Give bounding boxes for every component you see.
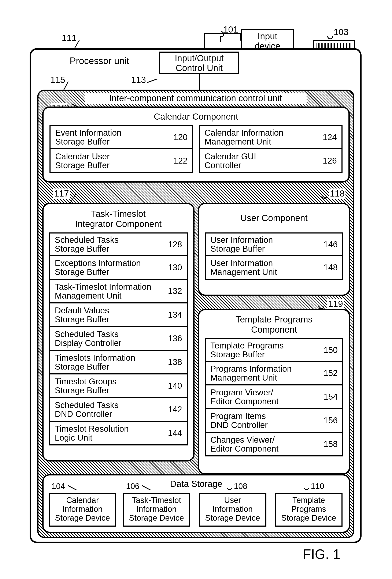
tti-136-label: Scheduled Tasks Display Controller bbox=[55, 330, 122, 347]
tpl-156-label: Program Items DND Controller bbox=[210, 412, 268, 429]
ref-108: 108 bbox=[234, 482, 247, 491]
tti-134-num: 134 bbox=[168, 310, 182, 319]
calendar-title: Calendar Component bbox=[42, 110, 350, 122]
cal-row-126: Calendar GUI Controller 126 bbox=[199, 149, 342, 173]
cal-row-124-label: Calendar Information Management Unit bbox=[204, 128, 284, 146]
ref-103: 103 bbox=[334, 27, 348, 37]
storage-106: Task-Timeslot Information Storage Device bbox=[123, 493, 190, 527]
conn-input-io-h bbox=[204, 33, 241, 34]
tti-128-label: Scheduled Tasks Storage Buffer bbox=[55, 235, 119, 253]
tti-128-num: 128 bbox=[168, 240, 182, 249]
tti-row-128: Scheduled Tasks Storage Buffer128 bbox=[49, 232, 188, 256]
cal-row-120-label: Event Information Storage Buffer bbox=[55, 128, 122, 146]
tpl-154-num: 154 bbox=[323, 392, 338, 402]
tpl-158-num: 158 bbox=[323, 439, 338, 449]
tti-row-130: Exceptions Information Storage Buffer130 bbox=[49, 256, 188, 280]
tti-title: Task-Timeslot Integrator Component bbox=[42, 207, 195, 229]
cal-row-122-label: Calendar User Storage Buffer bbox=[55, 152, 110, 170]
tti-142-num: 142 bbox=[168, 405, 182, 414]
tti-138-label: Timeslots Information Storage Buffer bbox=[55, 353, 135, 371]
user-row-148: User Information Management Unit148 bbox=[205, 256, 343, 280]
tpl-row-156: Program Items DND Controller156 bbox=[205, 409, 343, 433]
tti-138-num: 138 bbox=[168, 357, 182, 367]
tpl-row-158: Changes Viewer/ Editor Component158 bbox=[205, 433, 343, 456]
lead-101 bbox=[220, 36, 221, 42]
tpl-150-label: Template Programs Storage Buffer bbox=[210, 341, 284, 359]
ref-106: 106 bbox=[126, 482, 139, 491]
tti-row-136: Scheduled Tasks Display Controller136 bbox=[49, 327, 188, 351]
tti-140-label: Timeslot Groups Storage Buffer bbox=[55, 377, 116, 395]
tti-row-140: Timeslot Groups Storage Buffer140 bbox=[49, 374, 188, 398]
ref-104: 104 bbox=[52, 482, 65, 491]
tti-130-label: Exceptions Information Storage Buffer bbox=[55, 259, 141, 276]
tpl-152-num: 152 bbox=[323, 368, 338, 378]
user-146-label: User Information Storage Buffer bbox=[210, 235, 273, 253]
cal-row-120-num: 120 bbox=[173, 133, 188, 142]
storage-110: Template Programs Storage Device bbox=[275, 493, 342, 527]
conn-io-iccu bbox=[199, 74, 200, 90]
tpl-row-154: Program Viewer/ Editor Component154 bbox=[205, 385, 343, 409]
cal-row-120: Event Information Storage Buffer 120 bbox=[50, 125, 193, 149]
ref-118: 118 bbox=[329, 189, 345, 199]
cal-row-124: Calendar Information Management Unit 124 bbox=[199, 125, 342, 149]
tti-row-144: Timeslot Resolution Logic Unit144 bbox=[49, 422, 188, 445]
tpl-156-num: 156 bbox=[323, 416, 338, 425]
tpl-row-152: Programs Information Management Unit152 bbox=[205, 362, 343, 385]
ref-113: 113 bbox=[131, 75, 146, 85]
tti-rows: Scheduled Tasks Storage Buffer128 Except… bbox=[49, 232, 188, 445]
tti-140-num: 140 bbox=[168, 381, 182, 390]
cal-row-122: Calendar User Storage Buffer 122 bbox=[50, 149, 193, 173]
tti-136-num: 136 bbox=[168, 334, 182, 343]
ref-117: 117 bbox=[53, 189, 70, 199]
tti-144-num: 144 bbox=[168, 428, 182, 438]
conn-input-io-v2 bbox=[240, 33, 241, 41]
ref-111: 111 bbox=[62, 33, 77, 43]
tti-row-134: Default Values Storage Buffer134 bbox=[49, 303, 188, 327]
tpl-title: Template Programs Component bbox=[198, 313, 350, 335]
cal-row-124-num: 124 bbox=[323, 133, 337, 142]
tti-132-label: Task-Timeslot Information Management Uni… bbox=[55, 282, 151, 300]
tti-row-142: Scheduled Tasks DND Controller142 bbox=[49, 398, 188, 422]
iccu-title: Inter-component communication control un… bbox=[84, 93, 307, 104]
calendar-left-col: Event Information Storage Buffer 120 Cal… bbox=[50, 125, 193, 173]
figure-label: FIG. 1 bbox=[303, 546, 340, 562]
tti-130-num: 130 bbox=[168, 263, 182, 272]
io-control-unit: Input/Output Control Unit bbox=[159, 52, 239, 74]
user-title: User Component bbox=[198, 211, 350, 223]
cal-row-122-num: 122 bbox=[173, 156, 188, 165]
tti-134-label: Default Values Storage Buffer bbox=[55, 306, 109, 324]
cal-row-126-num: 126 bbox=[323, 156, 337, 165]
tpl-158-label: Changes Viewer/ Editor Component bbox=[210, 435, 278, 453]
tti-144-label: Timeslot Resolution Logic Unit bbox=[55, 424, 129, 442]
user-rows: User Information Storage Buffer146 User … bbox=[205, 232, 343, 280]
user-146-num: 146 bbox=[323, 240, 338, 249]
ref-110: 110 bbox=[311, 482, 324, 491]
storage-104: Calendar Information Storage Device bbox=[49, 493, 116, 527]
ref-115: 115 bbox=[50, 75, 65, 85]
tpl-rows: Template Programs Storage Buffer150 Prog… bbox=[205, 338, 343, 456]
tti-row-132: Task-Timeslot Information Management Uni… bbox=[49, 280, 188, 303]
tpl-row-150: Template Programs Storage Buffer150 bbox=[205, 338, 343, 362]
tpl-154-label: Program Viewer/ Editor Component bbox=[210, 388, 278, 406]
user-row-146: User Information Storage Buffer146 bbox=[205, 232, 343, 256]
user-148-label: User Information Management Unit bbox=[210, 259, 277, 276]
tpl-150-num: 150 bbox=[323, 345, 338, 355]
tti-142-label: Scheduled Tasks DND Controller bbox=[55, 401, 119, 418]
tti-132-num: 132 bbox=[168, 286, 182, 296]
storage-108: User Information Storage Device bbox=[199, 493, 266, 527]
tti-row-138: Timeslots Information Storage Buffer138 bbox=[49, 351, 188, 374]
ref-119: 119 bbox=[327, 299, 344, 309]
user-148-num: 148 bbox=[323, 263, 338, 272]
cal-row-126-label: Calendar GUI Controller bbox=[204, 152, 256, 170]
processor-label: Processor unit bbox=[55, 56, 144, 66]
tpl-152-label: Programs Information Management Unit bbox=[210, 364, 292, 382]
calendar-right-col: Calendar Information Management Unit 124… bbox=[199, 125, 342, 173]
hook-103 bbox=[326, 32, 334, 41]
